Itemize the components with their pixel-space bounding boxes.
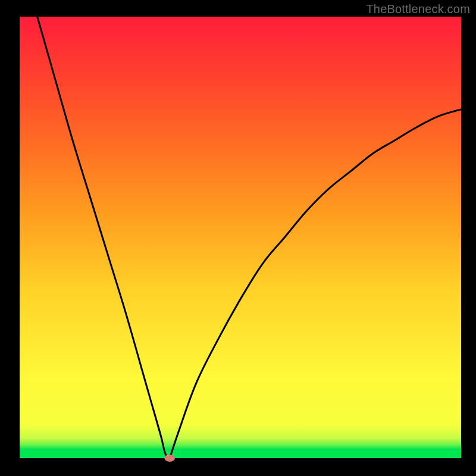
sweet-spot-marker (164, 455, 175, 462)
bottleneck-chart (0, 0, 476, 476)
chart-frame: TheBottleneck.com (0, 0, 476, 476)
chart-gradient-background (20, 17, 461, 458)
